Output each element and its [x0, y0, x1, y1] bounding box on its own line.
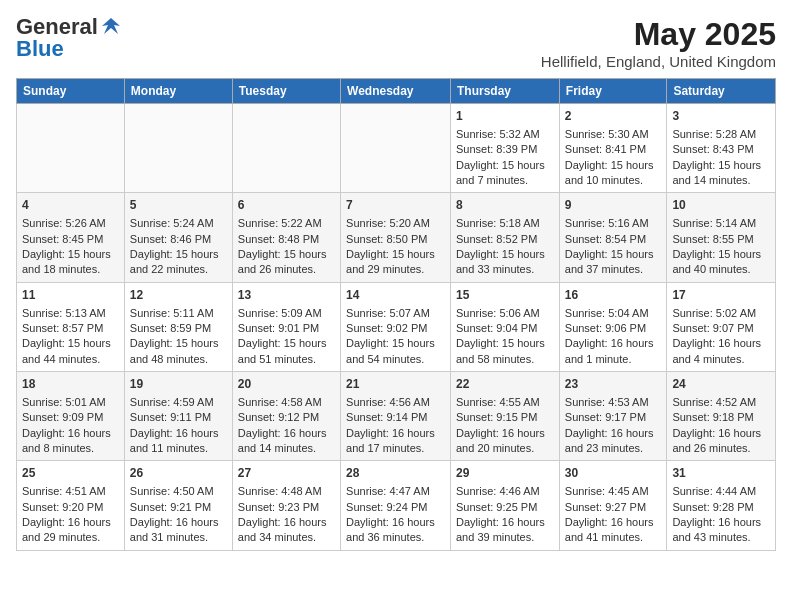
day-info-line: Sunrise: 5:13 AM	[22, 306, 119, 321]
day-number: 19	[130, 376, 227, 393]
day-info-line: and 18 minutes.	[22, 262, 119, 277]
month-title: May 2025	[541, 16, 776, 53]
day-info-line: and 58 minutes.	[456, 352, 554, 367]
day-info-line: and 41 minutes.	[565, 530, 662, 545]
calendar-cell: 24Sunrise: 4:52 AMSunset: 9:18 PMDayligh…	[667, 372, 776, 461]
day-info-line: Sunset: 9:09 PM	[22, 410, 119, 425]
day-info-line: Daylight: 15 hours	[130, 247, 227, 262]
day-info-line: Daylight: 15 hours	[456, 247, 554, 262]
day-info-line: Sunrise: 4:51 AM	[22, 484, 119, 499]
day-info-line: and 40 minutes.	[672, 262, 770, 277]
day-info-line: Sunrise: 5:16 AM	[565, 216, 662, 231]
calendar-cell: 27Sunrise: 4:48 AMSunset: 9:23 PMDayligh…	[232, 461, 340, 550]
day-info-line: Daylight: 16 hours	[238, 426, 335, 441]
day-info-line: Sunset: 8:45 PM	[22, 232, 119, 247]
day-info-line: Sunset: 9:25 PM	[456, 500, 554, 515]
day-number: 26	[130, 465, 227, 482]
day-info-line: Daylight: 16 hours	[565, 336, 662, 351]
day-number: 11	[22, 287, 119, 304]
day-info-line: Daylight: 15 hours	[346, 247, 445, 262]
day-info-line: Sunrise: 4:58 AM	[238, 395, 335, 410]
day-info-line: Sunset: 8:59 PM	[130, 321, 227, 336]
day-info-line: Sunrise: 5:11 AM	[130, 306, 227, 321]
day-number: 30	[565, 465, 662, 482]
day-info-line: and 4 minutes.	[672, 352, 770, 367]
calendar-cell: 5Sunrise: 5:24 AMSunset: 8:46 PMDaylight…	[124, 193, 232, 282]
title-block: May 2025 Hellifield, England, United Kin…	[541, 16, 776, 70]
day-info-line: and 17 minutes.	[346, 441, 445, 456]
day-number: 2	[565, 108, 662, 125]
day-info-line: Daylight: 15 hours	[346, 336, 445, 351]
day-info-line: Sunset: 9:04 PM	[456, 321, 554, 336]
day-number: 6	[238, 197, 335, 214]
day-info-line: Daylight: 15 hours	[672, 158, 770, 173]
calendar-cell: 15Sunrise: 5:06 AMSunset: 9:04 PMDayligh…	[451, 282, 560, 371]
day-info-line: and 14 minutes.	[672, 173, 770, 188]
week-row-4: 18Sunrise: 5:01 AMSunset: 9:09 PMDayligh…	[17, 372, 776, 461]
day-header-saturday: Saturday	[667, 79, 776, 104]
day-info-line: Daylight: 15 hours	[565, 158, 662, 173]
day-info-line: Sunrise: 5:28 AM	[672, 127, 770, 142]
day-info-line: and 37 minutes.	[565, 262, 662, 277]
calendar-cell: 13Sunrise: 5:09 AMSunset: 9:01 PMDayligh…	[232, 282, 340, 371]
calendar-cell: 12Sunrise: 5:11 AMSunset: 8:59 PMDayligh…	[124, 282, 232, 371]
day-info-line: Sunset: 8:55 PM	[672, 232, 770, 247]
day-info-line: Daylight: 15 hours	[456, 336, 554, 351]
day-info-line: Daylight: 16 hours	[130, 515, 227, 530]
day-info-line: Daylight: 16 hours	[22, 426, 119, 441]
day-info-line: and 23 minutes.	[565, 441, 662, 456]
day-header-thursday: Thursday	[451, 79, 560, 104]
calendar-cell: 30Sunrise: 4:45 AMSunset: 9:27 PMDayligh…	[559, 461, 667, 550]
calendar-body: 1Sunrise: 5:32 AMSunset: 8:39 PMDaylight…	[17, 104, 776, 551]
location-text: Hellifield, England, United Kingdom	[541, 53, 776, 70]
calendar-cell	[124, 104, 232, 193]
day-header-monday: Monday	[124, 79, 232, 104]
day-info-line: and 36 minutes.	[346, 530, 445, 545]
week-row-2: 4Sunrise: 5:26 AMSunset: 8:45 PMDaylight…	[17, 193, 776, 282]
calendar-cell: 25Sunrise: 4:51 AMSunset: 9:20 PMDayligh…	[17, 461, 125, 550]
logo-bird-icon	[100, 16, 122, 38]
week-row-1: 1Sunrise: 5:32 AMSunset: 8:39 PMDaylight…	[17, 104, 776, 193]
day-info-line: and 43 minutes.	[672, 530, 770, 545]
day-info-line: Sunrise: 4:53 AM	[565, 395, 662, 410]
day-info-line: Daylight: 16 hours	[130, 426, 227, 441]
day-info-line: Sunrise: 5:30 AM	[565, 127, 662, 142]
day-number: 9	[565, 197, 662, 214]
day-number: 10	[672, 197, 770, 214]
day-info-line: Sunset: 9:01 PM	[238, 321, 335, 336]
calendar-cell: 7Sunrise: 5:20 AMSunset: 8:50 PMDaylight…	[341, 193, 451, 282]
day-number: 7	[346, 197, 445, 214]
day-info-line: Sunrise: 4:45 AM	[565, 484, 662, 499]
day-number: 13	[238, 287, 335, 304]
day-info-line: Sunrise: 5:18 AM	[456, 216, 554, 231]
calendar-cell: 21Sunrise: 4:56 AMSunset: 9:14 PMDayligh…	[341, 372, 451, 461]
day-info-line: and 51 minutes.	[238, 352, 335, 367]
logo-general-text: General	[16, 16, 98, 38]
day-info-line: Sunset: 8:54 PM	[565, 232, 662, 247]
logo: General Blue	[16, 16, 122, 60]
day-info-line: Sunset: 8:41 PM	[565, 142, 662, 157]
day-info-line: and 29 minutes.	[22, 530, 119, 545]
day-info-line: and 14 minutes.	[238, 441, 335, 456]
day-info-line: Sunset: 9:24 PM	[346, 500, 445, 515]
day-number: 3	[672, 108, 770, 125]
day-info-line: Sunrise: 4:44 AM	[672, 484, 770, 499]
calendar-cell	[17, 104, 125, 193]
day-info-line: Sunrise: 5:26 AM	[22, 216, 119, 231]
day-info-line: Sunrise: 5:01 AM	[22, 395, 119, 410]
day-number: 5	[130, 197, 227, 214]
day-number: 21	[346, 376, 445, 393]
day-number: 16	[565, 287, 662, 304]
day-info-line: and 26 minutes.	[672, 441, 770, 456]
day-info-line: Sunset: 9:27 PM	[565, 500, 662, 515]
day-info-line: Sunset: 9:02 PM	[346, 321, 445, 336]
day-info-line: Sunrise: 4:55 AM	[456, 395, 554, 410]
day-number: 28	[346, 465, 445, 482]
calendar-cell: 14Sunrise: 5:07 AMSunset: 9:02 PMDayligh…	[341, 282, 451, 371]
day-number: 14	[346, 287, 445, 304]
day-info-line: Sunset: 9:15 PM	[456, 410, 554, 425]
day-info-line: Sunset: 9:28 PM	[672, 500, 770, 515]
day-info-line: Sunrise: 5:22 AM	[238, 216, 335, 231]
day-info-line: and 22 minutes.	[130, 262, 227, 277]
day-info-line: Sunset: 8:52 PM	[456, 232, 554, 247]
